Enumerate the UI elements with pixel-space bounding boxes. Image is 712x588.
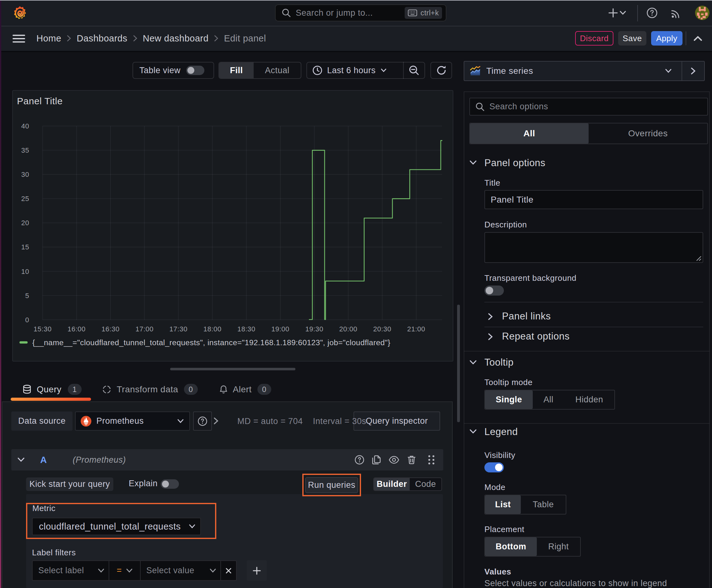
svg-text:30: 30 <box>21 171 29 178</box>
svg-text:19:30: 19:30 <box>305 325 323 333</box>
svg-text:35: 35 <box>21 146 29 154</box>
svg-text:40: 40 <box>21 122 29 130</box>
svg-text:18:00: 18:00 <box>203 325 222 333</box>
svg-text:5: 5 <box>25 292 29 300</box>
svg-text:21:00: 21:00 <box>407 325 425 333</box>
svg-text:20:00: 20:00 <box>339 325 358 333</box>
svg-text:17:30: 17:30 <box>170 325 188 333</box>
svg-text:17:00: 17:00 <box>135 325 153 333</box>
svg-text:20: 20 <box>21 219 29 227</box>
svg-text:18:30: 18:30 <box>237 325 256 333</box>
svg-text:16:00: 16:00 <box>67 325 86 333</box>
svg-text:15: 15 <box>21 243 29 251</box>
svg-text:20:30: 20:30 <box>373 325 391 333</box>
svg-text:0: 0 <box>25 316 29 324</box>
svg-text:16:30: 16:30 <box>102 325 120 333</box>
svg-text:15:30: 15:30 <box>34 325 52 333</box>
svg-text:25: 25 <box>21 195 29 203</box>
svg-text:10: 10 <box>21 268 29 275</box>
svg-text:19:00: 19:00 <box>271 325 289 333</box>
svg-text:{__name__="cloudflared_tunnel_: {__name__="cloudflared_tunnel_total_requ… <box>33 338 390 347</box>
